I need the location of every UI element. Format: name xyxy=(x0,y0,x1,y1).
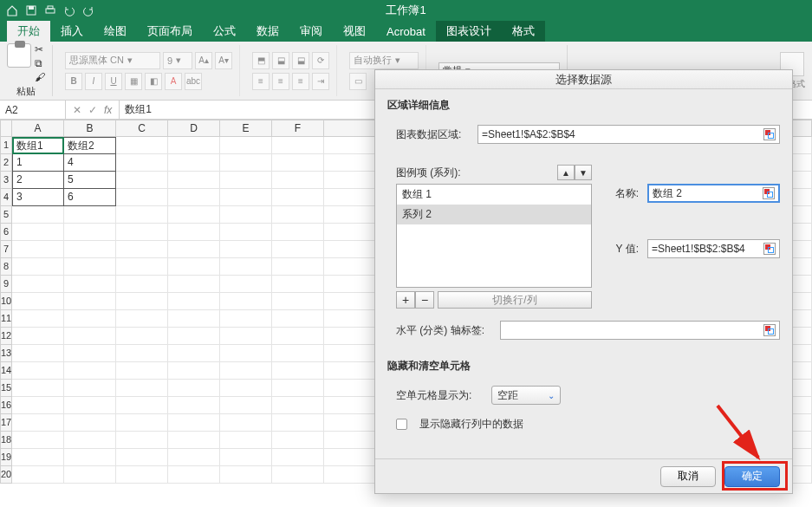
list-item[interactable]: 系列 2 xyxy=(397,205,591,224)
cell[interactable] xyxy=(272,154,324,172)
cell[interactable] xyxy=(116,362,168,380)
cell[interactable] xyxy=(272,293,324,310)
cell[interactable] xyxy=(12,258,64,276)
row-header[interactable]: 12 xyxy=(0,328,12,345)
align-center-button[interactable]: ≡ xyxy=(272,73,289,90)
cell[interactable] xyxy=(116,328,168,345)
cell[interactable] xyxy=(168,345,220,362)
cell[interactable] xyxy=(220,310,272,328)
range-picker-icon[interactable] xyxy=(763,243,776,255)
switch-row-col-button[interactable]: 切换行/列 xyxy=(438,291,592,309)
cell[interactable] xyxy=(12,276,64,293)
cell[interactable] xyxy=(64,328,116,345)
cell[interactable] xyxy=(168,206,220,224)
border-button[interactable]: ▦ xyxy=(125,73,142,90)
cell[interactable] xyxy=(220,258,272,276)
cell[interactable] xyxy=(116,258,168,276)
row-header[interactable]: 19 xyxy=(0,449,12,466)
print-icon[interactable] xyxy=(43,3,57,17)
phonetic-button[interactable]: abc xyxy=(185,73,202,90)
cell[interactable] xyxy=(116,466,168,484)
cell[interactable]: 2 xyxy=(12,172,64,189)
cell[interactable] xyxy=(116,432,168,449)
cell[interactable] xyxy=(272,276,324,293)
cell[interactable] xyxy=(272,380,324,397)
row-header[interactable]: 14 xyxy=(0,362,12,380)
align-top-button[interactable]: ⬒ xyxy=(252,52,270,69)
cell[interactable] xyxy=(116,293,168,310)
move-down-button[interactable]: ▼ xyxy=(575,165,592,180)
cell[interactable] xyxy=(220,293,272,310)
row-header[interactable]: 7 xyxy=(0,241,12,258)
cell[interactable] xyxy=(12,293,64,310)
tab-view[interactable]: 视图 xyxy=(333,21,376,42)
tab-insert[interactable]: 插入 xyxy=(50,21,94,42)
row-header[interactable]: 9 xyxy=(0,276,12,293)
font-name-select[interactable]: 思源黑体 CN▾ xyxy=(65,52,160,69)
axis-labels-input[interactable] xyxy=(500,321,780,340)
tab-home[interactable]: 开始 xyxy=(7,21,50,42)
row-header[interactable]: 2 xyxy=(0,154,12,172)
column-header[interactable]: B xyxy=(64,120,116,137)
cell[interactable]: 3 xyxy=(12,189,64,206)
cell[interactable] xyxy=(64,293,116,310)
underline-button[interactable]: U xyxy=(105,73,122,90)
move-up-button[interactable]: ▲ xyxy=(557,165,575,180)
merge-button[interactable]: ▭ xyxy=(349,73,367,90)
cell[interactable] xyxy=(272,258,324,276)
tab-formulas[interactable]: 公式 xyxy=(203,21,246,42)
cell[interactable] xyxy=(116,241,168,258)
series-name-input[interactable]: 数组 2 xyxy=(647,184,780,203)
chart-data-range-input[interactable]: =Sheet1!$A$2:$B$4 xyxy=(477,125,780,144)
row-header[interactable]: 15 xyxy=(0,380,12,397)
italic-button[interactable]: I xyxy=(85,73,102,90)
column-header[interactable]: F xyxy=(272,120,324,137)
row-header[interactable]: 11 xyxy=(0,310,12,328)
cell[interactable] xyxy=(64,276,116,293)
cell[interactable] xyxy=(168,380,220,397)
indent-button[interactable]: ⇥ xyxy=(312,73,329,90)
cell[interactable] xyxy=(12,241,64,258)
tab-draw[interactable]: 绘图 xyxy=(94,21,137,42)
align-middle-button[interactable]: ⬓ xyxy=(272,52,289,69)
cell[interactable] xyxy=(168,172,220,189)
cell[interactable] xyxy=(116,154,168,172)
cell[interactable] xyxy=(220,449,272,466)
cell[interactable] xyxy=(168,310,220,328)
format-painter-icon[interactable]: 🖌 xyxy=(35,71,45,83)
cell[interactable] xyxy=(272,432,324,449)
row-header[interactable]: 16 xyxy=(0,397,12,414)
cell[interactable] xyxy=(12,328,64,345)
tab-format[interactable]: 格式 xyxy=(502,21,545,42)
fill-color-button[interactable]: ◧ xyxy=(145,73,162,90)
cut-icon[interactable]: ✂ xyxy=(35,43,45,55)
align-bottom-button[interactable]: ⬓ xyxy=(292,52,309,69)
cell[interactable] xyxy=(220,172,272,189)
range-picker-icon[interactable] xyxy=(763,128,776,140)
cell[interactable] xyxy=(64,258,116,276)
cell[interactable] xyxy=(64,224,116,241)
cell[interactable] xyxy=(272,310,324,328)
increase-font-button[interactable]: A▴ xyxy=(195,52,212,69)
row-header[interactable]: 10 xyxy=(0,293,12,310)
cell[interactable] xyxy=(116,414,168,432)
cell[interactable]: 5 xyxy=(64,172,116,189)
series-listbox[interactable]: 数组 1 系列 2 xyxy=(396,184,592,288)
wrap-button[interactable]: 自动换行▾ xyxy=(349,52,419,69)
cell[interactable] xyxy=(64,241,116,258)
cell[interactable] xyxy=(220,466,272,484)
row-header[interactable]: 3 xyxy=(0,172,12,189)
cell[interactable] xyxy=(272,449,324,466)
y-values-input[interactable]: =Sheet1!$B$2:$B$4 xyxy=(647,239,780,258)
cell[interactable] xyxy=(64,397,116,414)
cell[interactable] xyxy=(220,362,272,380)
cell[interactable] xyxy=(272,206,324,224)
tab-chart-design[interactable]: 图表设计 xyxy=(436,21,502,42)
cell[interactable] xyxy=(116,224,168,241)
cell[interactable] xyxy=(116,449,168,466)
cell[interactable] xyxy=(12,310,64,328)
tab-layout[interactable]: 页面布局 xyxy=(137,21,203,42)
cell[interactable] xyxy=(116,189,168,206)
orientation-button[interactable]: ⟳ xyxy=(312,52,329,69)
cell[interactable] xyxy=(272,414,324,432)
